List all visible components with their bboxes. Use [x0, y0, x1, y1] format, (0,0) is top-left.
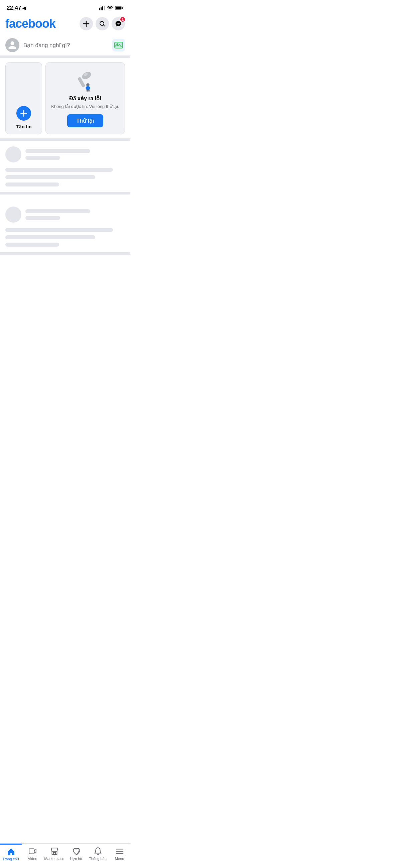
skeleton-line-text6 [5, 243, 59, 247]
status-bar: 22:47 ◀ [0, 0, 130, 14]
messenger-button[interactable]: 1 [112, 17, 125, 30]
retry-button[interactable]: Thử lại [67, 114, 103, 127]
skeleton-header-1 [5, 146, 125, 162]
signal-icon [99, 6, 105, 10]
header: facebook 1 [0, 14, 130, 35]
search-icon [99, 21, 105, 27]
facebook-logo: facebook [5, 17, 56, 31]
stories-section: Tạo tin Đã xảy ra lỗi Không tải được tin… [0, 58, 130, 141]
skeleton-line-text3 [5, 183, 59, 186]
skeleton-lines-1 [25, 149, 125, 160]
plus-circle-icon [20, 109, 28, 118]
wifi-icon [107, 6, 113, 10]
svg-rect-0 [99, 8, 100, 10]
user-avatar [5, 38, 20, 52]
svg-rect-21 [89, 90, 90, 92]
battery-icon [115, 6, 124, 10]
svg-rect-1 [100, 7, 101, 10]
svg-rect-3 [104, 6, 105, 10]
svg-rect-19 [89, 87, 90, 90]
svg-rect-18 [86, 87, 87, 90]
create-story-icon [17, 106, 31, 121]
skeleton-post-1 [0, 141, 130, 194]
skeleton-post-2 [0, 201, 130, 255]
skeleton-header-2 [5, 207, 125, 223]
status-icons [99, 6, 124, 10]
svg-rect-7 [116, 7, 122, 10]
bottom-spacer [0, 255, 130, 288]
svg-point-16 [86, 83, 90, 87]
svg-rect-8 [122, 7, 123, 9]
skeleton-line-text1 [5, 168, 113, 172]
avatar-silhouette [8, 40, 17, 50]
skeleton-line-text2 [5, 175, 95, 179]
skeleton-body-2 [5, 228, 125, 247]
error-card: Đã xảy ra lỗi Không tải được tin. Vui lò… [45, 62, 125, 134]
svg-point-4 [110, 10, 110, 10]
photo-button[interactable] [112, 39, 125, 52]
skeleton-lines-2 [25, 209, 125, 220]
add-button[interactable] [80, 17, 93, 30]
skeleton-line-time2 [25, 216, 60, 220]
error-title: Đã xảy ra lỗi [69, 95, 101, 102]
skeleton-avatar-2 [5, 207, 21, 223]
error-subtitle: Không tải được tin. Vui lòng thử lại. [51, 103, 119, 110]
skeleton-avatar-1 [5, 146, 21, 162]
skeleton-line-text5 [5, 235, 95, 239]
header-actions: 1 [80, 17, 125, 30]
skeleton-line-text4 [5, 228, 113, 232]
search-button[interactable] [96, 17, 109, 30]
skeleton-line-name2 [25, 209, 90, 213]
location-icon: ◀ [22, 5, 26, 11]
messenger-badge: 1 [120, 17, 126, 22]
skeleton-line-time [25, 156, 60, 160]
svg-rect-20 [87, 90, 88, 92]
plus-icon [83, 21, 90, 27]
create-story-label: Tạo tin [16, 124, 31, 129]
skeleton-body-1 [5, 168, 125, 186]
skeleton-line-name [25, 149, 90, 153]
post-placeholder-text[interactable]: Bạn đang nghĩ gì? [23, 42, 112, 49]
error-illustration [72, 69, 99, 93]
photo-icon [114, 41, 123, 50]
svg-rect-2 [102, 6, 103, 10]
post-box: Bạn đang nghĩ gì? [0, 35, 130, 58]
create-story-card[interactable]: Tạo tin [5, 62, 42, 134]
status-time: 22:47 ◀ [7, 5, 26, 11]
